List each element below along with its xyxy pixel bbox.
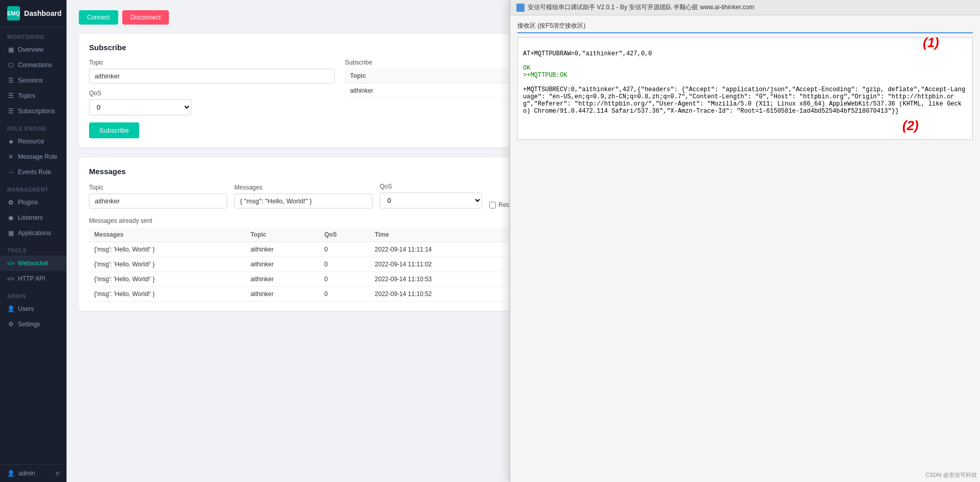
sent-row-time: 2022-09-14 11:10:52 [369,287,518,302]
topics-icon: ☰ [7,92,14,99]
subscribe-row-topic: aithinker [345,83,511,98]
sidebar-label-topics: Topics [18,92,35,99]
sent-row-msg: {'msg': 'Hello, World!' } [89,287,245,302]
sidebar-item-overview[interactable]: ▦ Overview [0,42,67,57]
sidebar-item-sessions[interactable]: ☰ Sessions [0,73,67,88]
sidebar-label-http-api: HTTP API [18,275,45,282]
sidebar-item-websocket[interactable]: </> Websocket [0,256,67,271]
sidebar-logo: EMQ Dashboard [0,0,67,27]
sent-th-topic: Topic [245,227,319,242]
sent-row-qos: 0 [319,287,370,302]
connect-button[interactable]: Connect [79,10,118,25]
msg-topic-group: Topic [89,184,227,208]
msg-qos-label: QoS [380,183,482,190]
users-icon: 👤 [7,305,14,312]
sidebar-item-topics[interactable]: ☰ Topics [0,88,67,103]
subscribe-qos-label: QoS [89,90,335,97]
terminal-recv: +MQTTSUBRECV:0,"aithinker",427,{"headers… [523,86,965,115]
sidebar-label-sessions: Sessions [18,77,43,84]
msg-retained-checkbox[interactable] [489,202,496,208]
applications-icon: ▦ [7,229,14,237]
sidebar-item-subscriptions[interactable]: ☰ Subscriptions [0,103,67,119]
sidebar-label-users: Users [18,305,34,312]
sent-row-msg: {'msg': 'Hello, World!' } [89,257,245,272]
logo-box: EMQ [7,6,20,20]
sidebar-label-overview: Overview [18,46,43,53]
sidebar-item-listeners[interactable]: ◉ Listeners [0,210,67,225]
sidebar-item-users[interactable]: 👤 Users [0,301,67,317]
sidebar-item-message-rule[interactable]: ✕ Message Rule [0,149,67,164]
connections-icon: ⬡ [7,61,14,69]
overlay-title-icon [516,4,525,12]
logout-icon[interactable]: ⎋ [56,470,59,477]
sidebar: EMQ Dashboard MONITORING ▦ Overview ⬡ Co… [0,0,67,482]
table-row: {'msg': 'Hello, World!' } aithinker 0 20… [89,242,518,257]
sidebar-label-message-rule: Message Rule [18,153,57,160]
msg-topic-input[interactable] [89,194,227,208]
resource-icon: ◈ [7,138,14,145]
msg-messages-group: Messages [234,184,373,208]
sidebar-item-connections[interactable]: ⬡ Connections [0,57,67,73]
websocket-icon: </> [7,261,14,266]
section-monitoring: MONITORING [0,27,67,42]
admin-label: admin [18,470,35,477]
sent-table-half: Messages already sent ↺ Messages Topic Q… [89,217,518,302]
msg-qos-group: QoS 0 1 2 [380,183,482,208]
subscribe-topic-label: Topic [89,59,335,66]
subscriptions-icon: ☰ [7,108,14,115]
msg-messages-input[interactable] [234,194,373,208]
disconnect-button[interactable]: Disconnect [122,10,169,25]
table-row: {'msg': 'Hello, World!' } aithinker 0 20… [89,287,518,302]
sent-row-msg: {'msg': 'Hello, World!' } [89,242,245,257]
overlay-window: 安信可模组串口调试助手 V2.0.1 - By 安信可开源团队 半颗心脏 www… [509,0,980,482]
sent-row-time: 2022-09-14 11:11:02 [369,257,518,272]
app-title: Dashboard [24,9,61,17]
sidebar-label-subscriptions: Subscriptions [18,108,55,115]
http-api-icon: </> [7,276,14,282]
sidebar-label-events-rule: Events Rule [18,169,51,176]
table-row: {'msg': 'Hello, World!' } aithinker 0 20… [89,272,518,287]
section-rule-engine: Rule Engine [0,119,67,134]
admin-icon: 👤 [7,470,15,477]
sidebar-label-applications: Applications [18,229,51,237]
overlay-titlebar: 安信可模组串口调试助手 V2.0.1 - By 安信可开源团队 半颗心脏 www… [510,0,980,15]
msg-qos-select[interactable]: 0 1 2 [380,193,482,208]
subscribe-topic-group: Topic [89,59,335,83]
sent-table-header: Messages already sent ↺ [89,217,518,224]
sidebar-item-resource[interactable]: ◈ Resource [0,134,67,149]
sidebar-label-settings: Settings [18,321,40,328]
sidebar-admin: 👤 admin ⎋ [0,464,67,482]
subscribe-topic-input[interactable] [89,69,335,83]
overlay-body: 接收区 (按F5清空接收区) AT+MQTTPUBRAW=0,"aithinke… [510,15,980,482]
sidebar-label-plugins: Plugins [18,199,38,206]
table-row: {'msg': 'Hello, World!' } aithinker 0 20… [89,257,518,272]
csdn-watermark: CSDN @安信可科技 [926,471,977,479]
sidebar-label-resource: Resource [18,138,44,145]
sent-row-qos: 0 [319,257,370,272]
overlay-recv-label: 接收区 (按F5清空接收区) [517,22,973,33]
section-management: MANAGEMENT [0,180,67,195]
message-rule-icon: ✕ [7,153,14,160]
sidebar-item-applications[interactable]: ▦ Applications [0,225,67,241]
plugins-icon: ✿ [7,199,14,206]
section-admin: ADMIN [0,286,67,301]
sidebar-item-settings[interactable]: ⚙ Settings [0,317,67,332]
sessions-icon: ☰ [7,77,14,84]
subscribe-button[interactable]: Subscribe [89,122,139,138]
settings-icon: ⚙ [7,321,14,328]
sidebar-item-plugins[interactable]: ✿ Plugins [0,195,67,210]
sent-row-msg: {'msg': 'Hello, World!' } [89,272,245,287]
sent-row-time: 2022-09-14 11:10:53 [369,272,518,287]
sent-table: Messages Topic QoS Time {'msg': 'Hello, … [89,227,518,302]
sent-row-topic: aithinker [245,242,319,257]
sidebar-label-listeners: Listeners [18,214,43,221]
overview-icon: ▦ [7,46,14,53]
overlay-terminal: AT+MQTTPUBRAW=0,"aithinker",427,0,0 OK >… [517,37,973,140]
sent-th-time: Time [369,227,518,242]
subscribe-qos-select[interactable]: 0 1 2 [89,99,191,115]
terminal-ok: OK >+MQTTPUB:OK [523,65,567,79]
sidebar-item-http-api[interactable]: </> HTTP API [0,271,67,286]
sent-row-time: 2022-09-14 11:11:14 [369,242,518,257]
sidebar-item-events-rule[interactable]: → Events Rule [0,164,67,180]
sent-th-qos: QoS [319,227,370,242]
